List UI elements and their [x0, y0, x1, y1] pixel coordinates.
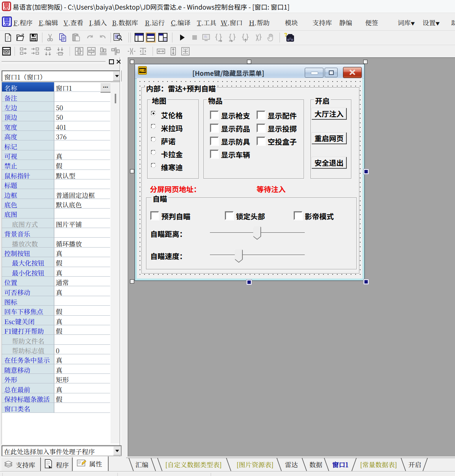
- svg-text:开启: 开启: [408, 460, 421, 469]
- svg-text:[自定义数据类型表]: [自定义数据类型表]: [165, 460, 222, 469]
- svg-text:汇编: 汇编: [135, 460, 148, 469]
- svg-text:窗口1: 窗口1: [332, 460, 348, 469]
- svg-text:[图片资源表]: [图片资源表]: [237, 460, 274, 469]
- svg-text:[常量数据表]: [常量数据表]: [360, 460, 397, 469]
- svg-text:雷达: 雷达: [285, 460, 298, 469]
- svg-text:PUBG: PUBG: [139, 68, 146, 73]
- svg-text:数据: 数据: [309, 460, 322, 469]
